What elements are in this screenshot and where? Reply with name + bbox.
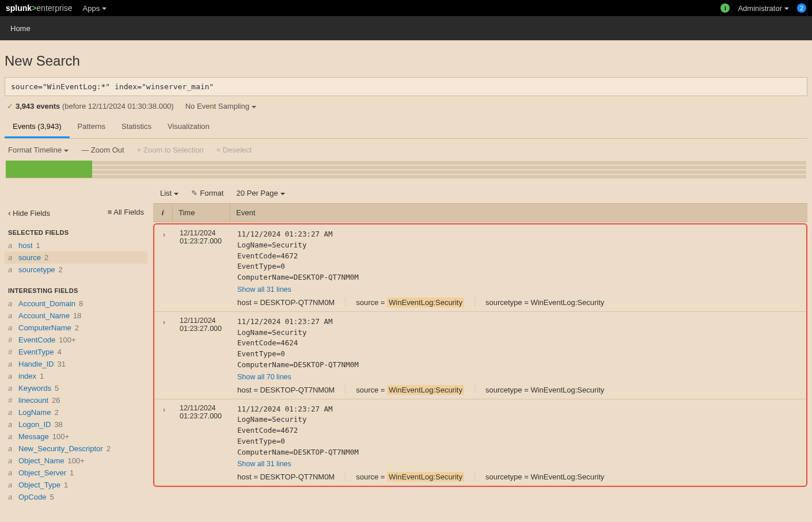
field-Keywords[interactable]: aKeywords5 <box>5 382 147 394</box>
field-type-icon: a <box>8 456 15 465</box>
field-name: EventType <box>18 348 54 356</box>
field-Logon_ID[interactable]: aLogon_ID38 <box>5 418 147 430</box>
result-tabs: Events (3,943) Patterns Statistics Visua… <box>5 116 807 139</box>
tab-patterns[interactable]: Patterns <box>70 116 113 138</box>
field-type-icon: a <box>8 372 15 380</box>
tag-sourcetype[interactable]: WinEventLog:Security <box>530 386 604 394</box>
search-input[interactable] <box>5 77 807 96</box>
show-all-lines[interactable]: Show all 70 lines <box>237 373 291 381</box>
field-LogName[interactable]: aLogName2 <box>5 406 147 418</box>
expand-event[interactable]: › <box>154 229 174 307</box>
logo[interactable]: splunk>enterprise <box>6 3 73 13</box>
field-EventCode[interactable]: #EventCode100+ <box>5 334 147 346</box>
format-timeline[interactable]: Format Timeline <box>8 146 69 154</box>
timeline-toolbar: Format Timeline — Zoom Out + Zoom to Sel… <box>5 139 807 161</box>
field-count: 1 <box>70 468 74 477</box>
nav-home[interactable]: Home <box>10 24 31 33</box>
event-tags: host = DESKTOP-QT7NM0Msource = WinEventL… <box>237 473 800 481</box>
field-Object_Type[interactable]: aObject_Type1 <box>5 479 147 491</box>
timeline[interactable] <box>5 161 807 178</box>
field-EventType[interactable]: #EventType4 <box>5 346 147 358</box>
events-panel: i Time Event ›12/11/202401:23:27.00011/1… <box>153 203 807 515</box>
tag-host[interactable]: DESKTOP-QT7NM0M <box>260 473 335 481</box>
field-count: 4 <box>57 348 61 356</box>
field-type-icon: a <box>8 420 15 429</box>
show-all-lines[interactable]: Show all 31 lines <box>237 460 291 468</box>
status-line: ✓3,943 events (before 12/11/2024 01:30:3… <box>5 96 807 116</box>
expand-event[interactable]: › <box>154 404 174 482</box>
event-raw[interactable]: 11/12/2024 01:23:27 AM LogName=Security … <box>237 404 800 458</box>
user-menu[interactable]: Administrator <box>738 4 789 13</box>
field-name: Message <box>18 432 49 441</box>
col-event: Event <box>230 204 807 222</box>
event-time: 12/11/202401:23:27.000 <box>174 317 232 394</box>
field-ComputerName[interactable]: aComputerName2 <box>5 322 147 334</box>
field-Object_Server[interactable]: aObject_Server1 <box>5 467 147 479</box>
field-New_Security_Descriptor[interactable]: aNew_Security_Descriptor2 <box>5 443 147 455</box>
check-icon: ✓ <box>7 102 13 111</box>
field-count: 100+ <box>59 336 75 344</box>
field-Handle_ID[interactable]: aHandle_ID31 <box>5 358 147 370</box>
tag-source[interactable]: WinEventLog:Security <box>387 298 464 307</box>
chevron-right-icon: › <box>163 231 165 239</box>
field-count: 2 <box>75 323 79 332</box>
field-type-icon: a <box>8 432 15 441</box>
field-index[interactable]: aindex1 <box>5 370 147 382</box>
field-host[interactable]: ahost1 <box>5 239 147 252</box>
page-title: New Search <box>5 53 807 69</box>
messages-badge[interactable]: 2 <box>797 3 806 13</box>
tab-events[interactable]: Events (3,943) <box>5 116 70 138</box>
field-count: 1 <box>36 241 40 250</box>
tab-statistics[interactable]: Statistics <box>113 116 160 138</box>
timeline-bar[interactable] <box>6 161 92 178</box>
field-name: OpCode <box>18 493 46 501</box>
tag-source[interactable]: WinEventLog:Security <box>387 385 464 395</box>
field-count: 26 <box>52 396 60 405</box>
expand-event[interactable]: › <box>154 317 174 394</box>
event-raw[interactable]: 11/12/2024 01:23:27 AM LogName=Security … <box>237 229 800 283</box>
field-Account_Name[interactable]: aAccount_Name18 <box>5 310 147 322</box>
interesting-fields-header: INTERESTING FIELDS <box>5 284 147 298</box>
col-info[interactable]: i <box>153 204 173 222</box>
tab-visualization[interactable]: Visualization <box>160 116 218 138</box>
field-Account_Domain[interactable]: aAccount_Domain8 <box>5 298 147 310</box>
event-row: ›12/11/202401:23:27.00011/12/2024 01:23:… <box>154 399 806 486</box>
apps-menu[interactable]: Apps <box>83 4 107 13</box>
tag-host[interactable]: DESKTOP-QT7NM0M <box>260 386 335 394</box>
field-OpCode[interactable]: aOpCode5 <box>5 491 147 503</box>
format-button[interactable]: Format <box>191 189 223 197</box>
tag-sourcetype[interactable]: WinEventLog:Security <box>530 473 604 481</box>
field-name: Logon_ID <box>18 420 51 429</box>
events-toolbar: List Format 20 Per Page <box>160 178 807 203</box>
col-time[interactable]: Time <box>173 204 230 222</box>
show-all-lines[interactable]: Show all 31 lines <box>237 285 291 294</box>
event-tags: host = DESKTOP-QT7NM0Msource = WinEventL… <box>237 298 800 307</box>
info-icon[interactable]: i <box>720 3 730 13</box>
sampling-menu[interactable]: No Event Sampling <box>185 102 256 111</box>
hide-fields[interactable]: Hide Fields <box>8 208 50 218</box>
field-count: 2 <box>44 253 48 262</box>
all-fields[interactable]: All Fields <box>108 208 144 218</box>
per-page[interactable]: 20 Per Page <box>236 189 284 197</box>
chevron-right-icon: › <box>163 406 165 414</box>
field-Object_Name[interactable]: aObject_Name100+ <box>5 455 147 467</box>
topbar: splunk>enterprise Apps i Administrator 2 <box>0 0 812 16</box>
field-sourcetype[interactable]: asourcetype2 <box>5 264 147 276</box>
tag-sourcetype[interactable]: WinEventLog:Security <box>530 298 604 307</box>
tag-source[interactable]: WinEventLog:Security <box>387 472 464 482</box>
view-list[interactable]: List <box>160 189 179 197</box>
field-type-icon: a <box>8 299 15 308</box>
field-source[interactable]: asource2 <box>5 252 147 264</box>
event-time: 12/11/202401:23:27.000 <box>174 404 232 482</box>
tag-host[interactable]: DESKTOP-QT7NM0M <box>260 298 335 307</box>
field-name: LogName <box>18 408 51 417</box>
field-name: Object_Name <box>18 456 64 465</box>
field-name: Keywords <box>18 384 51 393</box>
field-linecount[interactable]: #linecount26 <box>5 394 147 406</box>
field-Message[interactable]: aMessage100+ <box>5 430 147 443</box>
field-name: EventCode <box>18 336 55 344</box>
field-type-icon: a <box>8 444 15 453</box>
event-raw[interactable]: 11/12/2024 01:23:27 AM LogName=Security … <box>237 317 800 371</box>
field-type-icon: a <box>8 360 15 368</box>
zoom-out[interactable]: — Zoom Out <box>81 146 124 154</box>
